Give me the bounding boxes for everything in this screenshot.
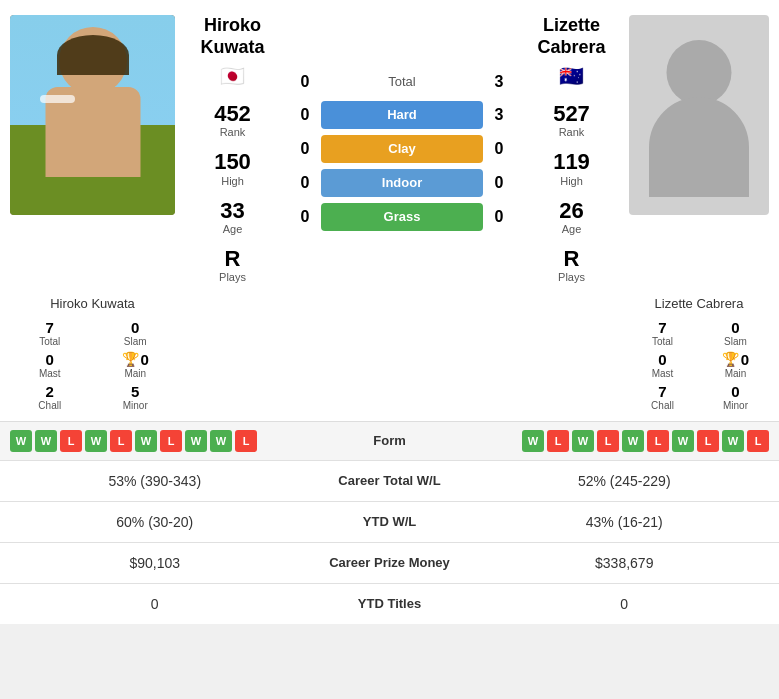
player-comparison-section: Hiroko Kuwata 🇯🇵 452 Rank 150 High 33 Ag… — [0, 0, 779, 294]
right-slam-stat: 0Slam — [702, 319, 769, 347]
right-plays-block: R Plays — [558, 247, 585, 283]
form-badge-w: W — [85, 430, 107, 452]
ytd-wl-label: YTD W/L — [290, 514, 490, 529]
right-age-value: 26 — [559, 199, 583, 223]
form-badge-l: L — [697, 430, 719, 452]
right-plays-label: Plays — [558, 271, 585, 283]
player-names-row: Hiroko Kuwata Lizette Cabrera — [0, 294, 779, 319]
left-high-label: High — [214, 175, 251, 187]
indoor-surface-btn[interactable]: Indoor — [321, 169, 483, 197]
hard-right-score: 3 — [489, 106, 509, 124]
right-high-label: High — [553, 175, 590, 187]
grass-surface-btn[interactable]: Grass — [321, 203, 483, 231]
form-badge-l: L — [747, 430, 769, 452]
left-high-value: 150 — [214, 150, 251, 174]
right-minor-stat: 0Minor — [702, 383, 769, 411]
left-ytd-titles: 0 — [20, 596, 290, 612]
total-left-score: 0 — [295, 73, 315, 91]
right-ytd-titles: 0 — [490, 596, 760, 612]
right-form-badges: WLWLWLWLWL — [522, 430, 769, 452]
left-trophy-icon: 🏆 — [122, 351, 139, 367]
left-plays-label: Plays — [219, 271, 246, 283]
left-age-label: Age — [220, 223, 244, 235]
form-badge-w: W — [672, 430, 694, 452]
ytd-titles-row: 0 YTD Titles 0 — [0, 583, 779, 624]
right-mini-stats: 7Total 0Slam 0 Mast 🏆 0 Main 7Chall 0Min… — [629, 319, 769, 411]
right-high-value: 119 — [553, 150, 590, 174]
right-age-label: Age — [559, 223, 583, 235]
form-badge-w: W — [135, 430, 157, 452]
left-mast-stat: 0 Mast — [10, 351, 90, 379]
left-main-stat: 🏆 0 Main — [96, 351, 176, 379]
prize-row: $90,103 Career Prize Money $338,679 — [0, 542, 779, 583]
left-rank-value: 452 — [214, 102, 251, 126]
prize-label: Career Prize Money — [290, 555, 490, 570]
left-high-block: 150 High — [214, 150, 251, 186]
form-badge-l: L — [597, 430, 619, 452]
left-rank-block: 452 Rank — [214, 102, 251, 138]
right-player-flag: 🇦🇺 — [559, 64, 584, 88]
ytd-titles-label: YTD Titles — [290, 596, 490, 611]
form-badge-w: W — [572, 430, 594, 452]
form-badge-w: W — [35, 430, 57, 452]
clay-surface-btn[interactable]: Clay — [321, 135, 483, 163]
left-photo-name: Hiroko Kuwata — [10, 296, 175, 311]
total-label: Total — [321, 74, 483, 89]
left-form-badges: WWLWLWLWWL — [10, 430, 257, 452]
right-age-block: 26 Age — [559, 199, 583, 235]
total-row: 0 Total 3 — [295, 73, 509, 91]
right-chall-stat: 7Chall — [629, 383, 696, 411]
form-section: WWLWLWLWWL Form WLWLWLWLWL — [0, 421, 779, 460]
form-badge-l: L — [160, 430, 182, 452]
form-badge-w: W — [185, 430, 207, 452]
left-plays-block: R Plays — [219, 247, 246, 283]
right-player-photo — [629, 15, 769, 215]
left-chall-stat: 2Chall — [10, 383, 90, 411]
surface-scores-section: 0 Total 3 0 Hard 3 0 Clay 0 0 Indoor 0 — [290, 15, 514, 289]
left-age-block: 33 Age — [220, 199, 244, 235]
right-main-stat: 🏆 0 Main — [702, 351, 769, 379]
form-badge-l: L — [235, 430, 257, 452]
clay-left-score: 0 — [295, 140, 315, 158]
form-badge-w: W — [622, 430, 644, 452]
form-badge-l: L — [547, 430, 569, 452]
hard-surface-btn[interactable]: Hard — [321, 101, 483, 129]
form-badge-l: L — [60, 430, 82, 452]
career-wl-label: Career Total W/L — [290, 473, 490, 488]
form-badge-w: W — [722, 430, 744, 452]
main-container: Hiroko Kuwata 🇯🇵 452 Rank 150 High 33 Ag… — [0, 0, 779, 624]
indoor-right-score: 0 — [489, 174, 509, 192]
grass-left-score: 0 — [295, 208, 315, 226]
right-prize: $338,679 — [490, 555, 760, 571]
indoor-row: 0 Indoor 0 — [295, 169, 509, 197]
hard-row: 0 Hard 3 — [295, 101, 509, 129]
left-player-photo — [10, 15, 175, 215]
form-badge-w: W — [522, 430, 544, 452]
right-ytd-wl: 43% (16-21) — [490, 514, 760, 530]
left-total-stat: 7Total — [10, 319, 90, 347]
right-photo-name: Lizette Cabrera — [629, 296, 769, 311]
form-badge-l: L — [647, 430, 669, 452]
left-plays-value: R — [219, 247, 246, 271]
right-player-name: Lizette Cabrera — [519, 15, 624, 58]
clay-row: 0 Clay 0 — [295, 135, 509, 163]
left-career-wl: 53% (390-343) — [20, 473, 290, 489]
right-career-wl: 52% (245-229) — [490, 473, 760, 489]
form-badge-w: W — [210, 430, 232, 452]
mini-stats-section: 7Total 0Slam 0 Mast 🏆 0 Main 2Chall 5Min… — [0, 319, 779, 421]
right-trophy-icon: 🏆 — [722, 351, 739, 367]
clay-right-score: 0 — [489, 140, 509, 158]
right-player-stats: Lizette Cabrera 🇦🇺 527 Rank 119 High 26 … — [514, 15, 629, 289]
form-label: Form — [340, 433, 440, 448]
career-wl-row: 53% (390-343) Career Total W/L 52% (245-… — [0, 460, 779, 501]
ytd-wl-row: 60% (30-20) YTD W/L 43% (16-21) — [0, 501, 779, 542]
hard-left-score: 0 — [295, 106, 315, 124]
left-rank-label: Rank — [214, 126, 251, 138]
left-player-stats: Hiroko Kuwata 🇯🇵 452 Rank 150 High 33 Ag… — [175, 15, 290, 289]
grass-right-score: 0 — [489, 208, 509, 226]
stats-section: 53% (390-343) Career Total W/L 52% (245-… — [0, 460, 779, 624]
grass-row: 0 Grass 0 — [295, 203, 509, 231]
total-right-score: 3 — [489, 73, 509, 91]
right-total-stat: 7Total — [629, 319, 696, 347]
right-rank-value: 527 — [553, 102, 590, 126]
